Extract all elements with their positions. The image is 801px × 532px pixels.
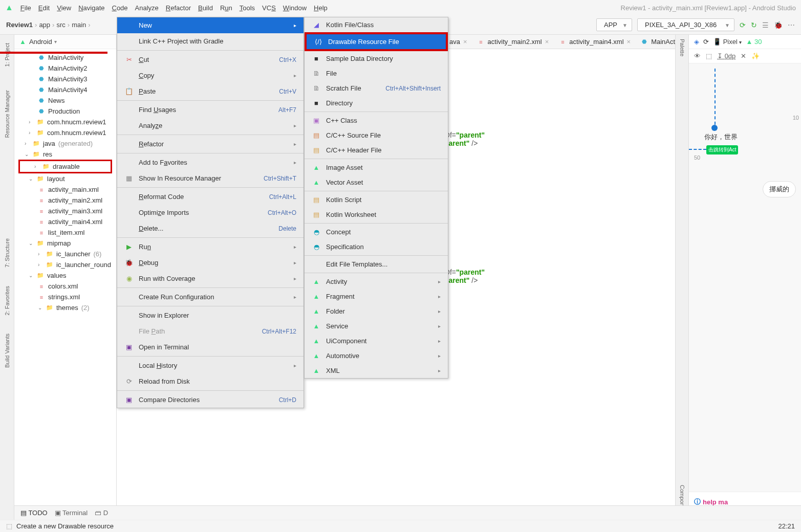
sub-vector-asset[interactable]: ▲Vector Asset <box>305 175 448 190</box>
breadcrumb-item[interactable]: src <box>56 21 65 29</box>
sub-uicomponent[interactable]: ▲UiComponent▸ <box>305 334 448 348</box>
ctx-debug[interactable]: 🐞Debug▸ <box>117 255 304 271</box>
sub-activity[interactable]: ▲Activity▸ <box>305 274 448 289</box>
api-picker[interactable]: ▲ 30 <box>746 38 762 46</box>
ctx-add-favorites[interactable]: Add to Favorites▸ <box>117 154 304 170</box>
tree-folder-mipmap[interactable]: ⌄📁mipmap <box>14 238 116 249</box>
ctx-show-resource-manager[interactable]: ▦Show In Resource ManagerCtrl+Shift+T <box>117 170 304 186</box>
sub-drawable-resource[interactable]: ⟨/⟩Drawable Resource File <box>307 34 446 49</box>
ctx-file-path[interactable]: File PathCtrl+Alt+F12 <box>117 323 304 339</box>
sub-scratch-file[interactable]: 🗎Scratch FileCtrl+Alt+Shift+Insert <box>305 81 448 96</box>
sub-service[interactable]: ▲Service▸ <box>305 319 448 334</box>
tab-project[interactable]: 1: Project <box>2 39 12 71</box>
close-icon[interactable]: × <box>463 38 467 46</box>
sub-kotlin-worksheet[interactable]: ▤Kotlin Worksheet <box>305 207 448 222</box>
tree-file-xml[interactable]: ≡strings.xml <box>14 292 116 302</box>
sub-file[interactable]: 🗎File <box>305 66 448 81</box>
tree-package-item[interactable]: ›📁com.hnucm.review1 <box>14 127 116 138</box>
ctx-cut[interactable]: ✂CutCtrl+X <box>117 52 304 68</box>
tree-folder-ic-launcher-round[interactable]: ›📁ic_launcher_round <box>14 259 116 270</box>
ctx-reload-disk[interactable]: ⟳Reload from Disk <box>117 373 304 389</box>
ctx-copy[interactable]: Copy▸ <box>117 68 304 83</box>
tree-file-xml[interactable]: ≡activity_main4.xml <box>14 216 116 227</box>
tree-folder-java-gen[interactable]: ›📁java (generated) <box>14 138 116 149</box>
tree-folder-res[interactable]: ⌄📁res <box>14 149 116 160</box>
tab-favorites[interactable]: 2: Favorites <box>2 282 12 319</box>
sub-xml[interactable]: ▲XML▸ <box>305 363 448 378</box>
tree-folder-layout[interactable]: ⌄📁layout <box>14 173 116 184</box>
editor-tab[interactable]: ≡activity_main4.xml× <box>554 35 636 49</box>
sub-directory[interactable]: ■Directory <box>305 96 448 110</box>
wand-icon[interactable]: ✕ <box>741 52 746 60</box>
sub-fragment[interactable]: ▲Fragment▸ <box>305 289 448 304</box>
menu-build[interactable]: Build <box>198 4 213 12</box>
close-icon[interactable]: × <box>627 38 631 46</box>
layers-icon[interactable]: ◈ <box>694 38 699 46</box>
ctx-delete[interactable]: Delete...Delete <box>117 220 304 236</box>
ctx-create-run-config[interactable]: Create Run Configuration▸ <box>117 289 304 305</box>
ctx-optimize-imports[interactable]: Optimize ImportsCtrl+Alt+O <box>117 205 304 220</box>
sub-automotive[interactable]: ▲Automotive▸ <box>305 348 448 363</box>
dp-stepper[interactable]: ↧ 0dp <box>717 52 735 60</box>
ctx-reformat[interactable]: Reformat CodeCtrl+Alt+L <box>117 189 304 205</box>
tree-folder-themes[interactable]: ⌄📁themes (2) <box>14 302 116 313</box>
sub-concept[interactable]: ◓Concept <box>305 225 448 239</box>
tab-database[interactable]: 🗃 D <box>95 509 108 517</box>
menu-file[interactable]: File <box>20 4 31 12</box>
editor-tab[interactable]: ≡activity_main2.xml× <box>472 35 554 49</box>
ctx-local-history[interactable]: Local History▸ <box>117 358 304 373</box>
preview-button[interactable]: 挪威的 <box>763 181 796 197</box>
ctx-link-cpp[interactable]: Link C++ Project with Gradle <box>117 33 304 49</box>
menu-help[interactable]: Help <box>314 4 328 12</box>
ctx-refactor[interactable]: Refactor▸ <box>117 136 304 152</box>
ctx-run-coverage[interactable]: ◉Run with Coverage▸ <box>117 271 304 286</box>
sub-image-asset[interactable]: ▲Image Asset <box>305 160 448 175</box>
sub-kotlin-script[interactable]: ▤Kotlin Script <box>305 192 448 207</box>
tab-todo[interactable]: ▤ TODO <box>20 509 48 517</box>
stack-icon[interactable]: ☰ <box>762 21 769 29</box>
device-dropdown[interactable]: PIXEL_3A_API_30_X86 ▼ <box>637 18 734 31</box>
sub-sample-data[interactable]: ■Sample Data Directory <box>305 51 448 66</box>
sub-specification[interactable]: ◓Specification <box>305 239 448 254</box>
sub-c-source[interactable]: ▤C/C++ Source File <box>305 128 448 143</box>
breadcrumb-item[interactable]: app <box>39 21 50 29</box>
tree-file-xml[interactable]: ≡activity_main2.xml <box>14 195 116 206</box>
breadcrumb[interactable]: Review1› app› src› main› <box>6 21 91 29</box>
close-icon[interactable]: × <box>545 38 549 46</box>
editor-tab[interactable]: ava× <box>444 35 472 49</box>
tree-class-item[interactable]: ⬣MainActivity3 <box>14 74 116 84</box>
ctx-compare-dirs[interactable]: ▣Compare DirectoriesCtrl+D <box>117 392 304 408</box>
layout-preview[interactable]: 10 你好，世界 击跳转到Act 50 挪威的 <box>689 63 801 492</box>
tab-terminal[interactable]: ▣ Terminal <box>55 509 88 517</box>
tab-resource-manager[interactable]: Resource Manager <box>2 86 12 142</box>
menu-edit[interactable]: Edit <box>38 4 50 12</box>
menu-analyze[interactable]: Analyze <box>135 4 159 12</box>
refresh-icon[interactable]: ↻ <box>751 21 757 29</box>
sub-cpp-class[interactable]: ▣C++ Class <box>305 113 448 128</box>
ctx-paste[interactable]: 📋PasteCtrl+V <box>117 83 304 99</box>
sub-edit-templates[interactable]: Edit File Templates... <box>305 257 448 272</box>
tree-folder-drawable[interactable]: ›📁drawable <box>20 161 111 172</box>
eye-icon[interactable]: 👁 <box>694 52 701 60</box>
tab-structure[interactable]: 7: Structure <box>2 234 12 272</box>
tree-class-item[interactable]: ⬣MainActivity <box>14 52 116 63</box>
menu-code[interactable]: Code <box>112 4 127 12</box>
magic-icon[interactable]: ✨ <box>751 52 760 60</box>
sync-icon[interactable]: ⟳ <box>740 21 746 29</box>
tree-file-xml[interactable]: ≡list_item.xml <box>14 227 116 238</box>
menu-navigate[interactable]: Navigate <box>78 4 104 12</box>
ctx-new[interactable]: New▸ <box>117 17 304 33</box>
ctx-analyze[interactable]: Analyze▸ <box>117 118 304 134</box>
ctx-run[interactable]: ▶Run▸ <box>117 239 304 255</box>
menu-run[interactable]: Run <box>220 4 232 12</box>
sub-folder[interactable]: ▲Folder▸ <box>305 304 448 319</box>
sub-kotlin-file[interactable]: ◢Kotlin File/Class <box>305 17 448 32</box>
run-config-dropdown[interactable]: APP ▼ <box>596 18 632 31</box>
tree-folder-values[interactable]: ⌄📁values <box>14 270 116 281</box>
magnet-icon[interactable]: ⬚ <box>706 52 712 60</box>
project-panel-header[interactable]: ▲ Android ▾ <box>14 35 116 49</box>
tree-class-item[interactable]: ⬣MainActivity2 <box>14 63 116 74</box>
more-icon[interactable]: ⋯ <box>788 21 795 29</box>
menu-window[interactable]: Window <box>283 4 307 12</box>
bug-icon[interactable]: 🐞 <box>774 21 783 29</box>
